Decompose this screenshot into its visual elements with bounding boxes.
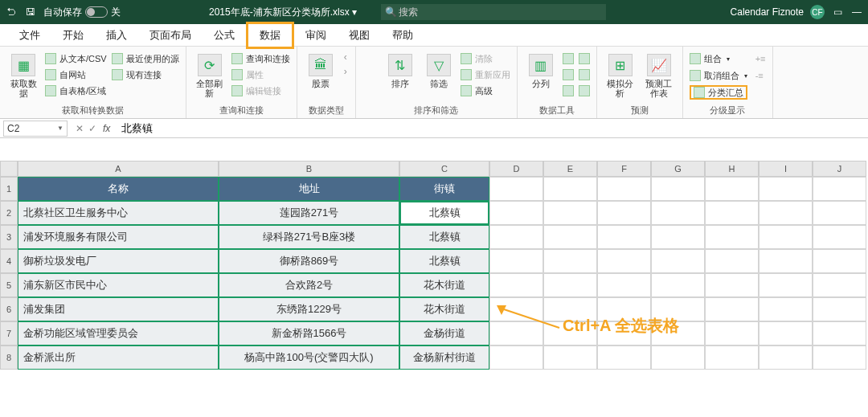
minimize-icon[interactable]: — — [850, 6, 863, 18]
cell[interactable] — [813, 225, 866, 249]
tab-insert[interactable]: 插入 — [95, 24, 138, 47]
show-detail[interactable]: +≡ — [755, 51, 766, 66]
formula-input[interactable] — [117, 121, 868, 137]
ungroup-button[interactable]: 取消组合▾ — [690, 68, 747, 83]
cell[interactable] — [705, 273, 759, 297]
cell[interactable]: 花木街道 — [399, 297, 489, 321]
row-header[interactable]: 4 — [0, 249, 18, 273]
row-header[interactable]: 3 — [0, 225, 18, 249]
stocks-button[interactable]: 🏛 股票 — [304, 51, 338, 88]
toggle-off-icon[interactable] — [85, 6, 108, 18]
worksheet[interactable]: 1 2 3 4 5 6 7 8 A B C D E F G H I J 名称 地… — [0, 161, 868, 370]
cell[interactable] — [813, 177, 866, 201]
active-cell[interactable]: 北蔡镇 — [399, 201, 489, 225]
name-box[interactable]: C2 ▼ — [3, 121, 68, 137]
cell[interactable] — [813, 273, 866, 297]
cell[interactable] — [597, 345, 651, 370]
cell[interactable]: 合欢路2号 — [219, 273, 399, 297]
cell[interactable]: 御桥垃圾发电厂 — [18, 249, 219, 273]
consolidate[interactable] — [579, 51, 590, 66]
cell[interactable]: 莲园路271号 — [219, 201, 399, 225]
cell[interactable]: 金桥功能区域管理委员会 — [18, 321, 219, 345]
cell[interactable] — [759, 177, 813, 201]
cell[interactable]: 北蔡镇 — [399, 249, 489, 273]
filter-button[interactable]: ▽ 筛选 — [422, 51, 456, 88]
cell[interactable] — [489, 201, 543, 225]
cell[interactable]: 名称 — [18, 177, 219, 201]
data-val[interactable] — [563, 84, 574, 98]
cell[interactable]: 地址 — [219, 177, 399, 201]
cell[interactable] — [651, 273, 705, 297]
col-header[interactable]: A — [18, 161, 219, 177]
cell[interactable]: 金桥派出所 — [18, 345, 219, 370]
cell[interactable]: 金杨街道 — [399, 321, 489, 345]
from-web[interactable]: 自网站 — [45, 67, 107, 82]
cell[interactable]: 街镇 — [399, 177, 489, 201]
cell[interactable]: 花木街道 — [399, 273, 489, 297]
chevron-right-icon[interactable]: › — [344, 66, 347, 77]
cell[interactable]: 杨高中路100号(交警四大队) — [219, 345, 399, 370]
cell[interactable] — [759, 201, 813, 225]
cell[interactable] — [759, 225, 813, 249]
existing-conn[interactable]: 现有连接 — [112, 67, 179, 82]
whatif-button[interactable]: ⊞ 模拟分析 — [604, 51, 637, 98]
group-button[interactable]: 组合▾ — [690, 51, 747, 66]
cell[interactable] — [705, 249, 759, 273]
cell[interactable] — [543, 273, 597, 297]
cell[interactable]: 绿科路271号B座3楼 — [219, 225, 399, 249]
cell[interactable] — [489, 225, 543, 249]
cell[interactable] — [543, 345, 597, 370]
cell[interactable] — [597, 177, 651, 201]
edit-links[interactable]: 编辑链接 — [231, 84, 290, 98]
cell[interactable] — [651, 345, 705, 370]
row-header[interactable]: 6 — [0, 297, 18, 321]
col-header[interactable]: D — [489, 161, 543, 177]
cell[interactable] — [705, 345, 759, 370]
cell[interactable]: 浦东新区市民中心 — [18, 273, 219, 297]
back-icon[interactable]: ⮌ — [5, 6, 18, 18]
ribbon-display-icon[interactable]: ▭ — [831, 6, 844, 18]
col-header[interactable]: C — [399, 161, 489, 177]
cell[interactable] — [759, 345, 813, 370]
col-header[interactable]: J — [813, 161, 866, 177]
cell[interactable] — [489, 273, 543, 297]
cell[interactable] — [651, 177, 705, 201]
cell[interactable]: 北蔡镇 — [399, 225, 489, 249]
cell[interactable] — [597, 249, 651, 273]
cell[interactable] — [651, 201, 705, 225]
cell[interactable] — [813, 201, 866, 225]
refresh-all-button[interactable]: ⟳ 全部刷新 — [193, 51, 227, 98]
col-header[interactable]: H — [705, 161, 759, 177]
sort-desc-icon[interactable] — [362, 72, 379, 88]
save-icon[interactable]: 🖫 — [24, 6, 37, 18]
subtotal-button[interactable]: 分类汇总 — [690, 85, 747, 100]
cell[interactable]: 浦发环境服务有限公司 — [18, 225, 219, 249]
cell[interactable] — [597, 201, 651, 225]
data-model[interactable] — [579, 84, 590, 98]
user-area[interactable]: Calendar Fiznote CF ▭ — — [731, 5, 863, 19]
cell[interactable] — [489, 177, 543, 201]
tab-file[interactable]: 文件 — [8, 24, 51, 47]
row-header[interactable]: 5 — [0, 273, 18, 297]
cell[interactable] — [543, 249, 597, 273]
cell[interactable] — [543, 177, 597, 201]
enter-icon[interactable]: ✓ — [88, 123, 96, 134]
tab-formulas[interactable]: 公式 — [203, 24, 246, 47]
cell[interactable] — [705, 225, 759, 249]
cell[interactable] — [705, 201, 759, 225]
col-header[interactable]: F — [597, 161, 651, 177]
queries-conn[interactable]: 查询和连接 — [231, 51, 290, 66]
col-header[interactable]: G — [651, 161, 705, 177]
properties[interactable]: 属性 — [231, 67, 290, 82]
col-header[interactable]: E — [543, 161, 597, 177]
tab-view[interactable]: 视图 — [338, 24, 381, 47]
file-name[interactable]: 2015年底-浦东新区分类场所.xlsx ▾ — [209, 6, 357, 19]
search-input[interactable] — [381, 4, 606, 20]
cell[interactable]: 浦发集团 — [18, 297, 219, 321]
hide-detail[interactable]: -≡ — [755, 68, 766, 83]
cell[interactable] — [813, 345, 866, 370]
cell[interactable] — [651, 249, 705, 273]
cell[interactable] — [705, 297, 759, 321]
cell[interactable] — [597, 225, 651, 249]
advanced-filter[interactable]: 高级 — [461, 84, 510, 98]
